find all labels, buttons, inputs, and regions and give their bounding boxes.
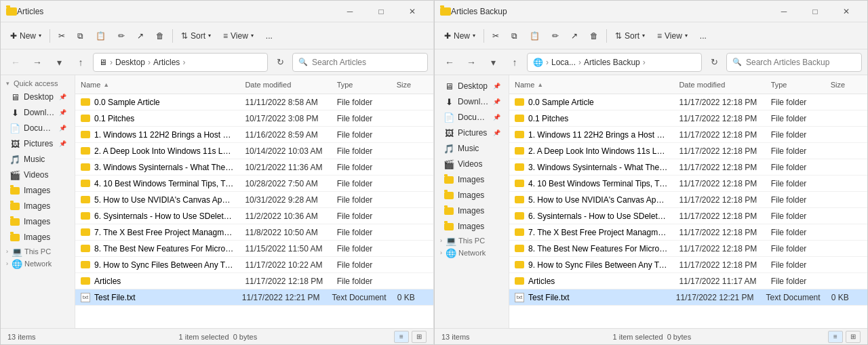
left-sidebar-thispc-header[interactable]: › 💻 This PC (1, 245, 75, 258)
file-row[interactable]: Articles 11/17/2022 12:18 PM File folder (75, 273, 433, 289)
left-sidebar-images3[interactable]: Images (3, 214, 72, 229)
left-cut-button[interactable]: ✂ (53, 26, 71, 46)
right-share-button[interactable]: ↗ (566, 26, 583, 46)
left-back-button[interactable]: ← (6, 53, 25, 72)
left-sidebar-downloads[interactable]: ⬇ Downloads 📌 (3, 105, 72, 120)
left-list-view-button[interactable]: ≡ (394, 331, 409, 343)
right-sidebar-music[interactable]: 🎵 Music (437, 141, 506, 156)
right-recent-button[interactable]: ▾ (484, 53, 502, 72)
left-copy-button[interactable]: ⧉ (72, 26, 89, 46)
right-search-box[interactable]: 🔍 (726, 53, 862, 72)
left-sidebar-images1[interactable]: Images (3, 183, 72, 198)
left-sidebar-music[interactable]: 🎵 Music (3, 152, 72, 167)
right-maximize-button[interactable]: □ (800, 1, 831, 22)
left-rename-button[interactable]: ✏ (113, 26, 130, 46)
file-row[interactable]: 3. Windows Sysinternals - What They Are … (75, 159, 433, 176)
right-col-date-header[interactable]: Date modified (673, 75, 765, 94)
file-row[interactable]: 8. The Best New Features For Microsoft T… (75, 241, 433, 257)
right-up-button[interactable]: ↑ (505, 53, 524, 72)
file-row[interactable]: 6. Sysinternals - How to Use SDelete to … (509, 208, 867, 224)
right-sidebar-thispc-header[interactable]: › 💻 This PC (435, 235, 509, 247)
right-sidebar-network-header[interactable]: › 🌐 Network (435, 247, 509, 259)
right-sidebar-images3[interactable]: Images (437, 203, 506, 218)
right-more-button[interactable]: ... (694, 26, 712, 46)
left-col-name-header[interactable]: Name ▲ (75, 75, 239, 94)
left-refresh-button[interactable]: ↻ (271, 53, 290, 72)
file-row[interactable]: 9. How to Sync Files Between Any Two W..… (509, 257, 867, 273)
left-new-button[interactable]: ✚ New ▾ (5, 26, 47, 46)
file-row[interactable]: 1. Windows 11 22H2 Brings a Host of Ne..… (75, 127, 433, 143)
left-sidebar-network-header[interactable]: › 🌐 Network (1, 258, 75, 270)
file-row[interactable]: 5. How to Use NVIDIA's Canvas App to T..… (75, 192, 433, 208)
left-minimize-button[interactable]: ─ (334, 1, 366, 22)
right-sidebar-images4[interactable]: Images (437, 219, 506, 234)
right-sidebar-videos[interactable]: 🎬 Videos (437, 157, 506, 171)
right-forward-button[interactable]: → (462, 53, 481, 72)
right-breadcrumb[interactable]: 🌐 › Loca... › Articles Backup › (527, 53, 702, 72)
left-sidebar-documents[interactable]: 📄 Documents 📌 (3, 121, 72, 136)
right-grid-view-button[interactable]: ⊞ (846, 331, 861, 343)
left-maximize-button[interactable]: □ (366, 1, 397, 22)
right-rename-button[interactable]: ✏ (547, 26, 564, 46)
left-view-button[interactable]: ≡ View ▾ (218, 26, 259, 46)
left-sort-button[interactable]: ⇅ Sort ▾ (176, 26, 216, 46)
right-copy-button[interactable]: ⧉ (506, 26, 523, 46)
right-cut-button[interactable]: ✂ (487, 26, 505, 46)
right-sidebar-images1[interactable]: Images (437, 172, 506, 187)
left-sidebar-quick-access-header[interactable]: ▾ Quick access (1, 78, 75, 89)
left-col-size-header[interactable]: Size (391, 75, 433, 94)
right-new-button[interactable]: ✚ New ▾ (439, 26, 481, 46)
file-row[interactable]: Articles 11/17/2022 11:17 AM File folder (509, 273, 867, 289)
left-sidebar-desktop[interactable]: 🖥 Desktop 📌 (3, 89, 72, 104)
left-recent-button[interactable]: ▾ (50, 53, 68, 72)
right-view-button[interactable]: ≡ View ▾ (652, 26, 693, 46)
left-share-button[interactable]: ↗ (132, 26, 149, 46)
file-row[interactable]: 0.1 Pitches 11/17/2022 12:18 PM File fol… (509, 110, 867, 127)
left-search-input[interactable] (312, 58, 422, 67)
file-row[interactable]: 4. 10 Best Windows Terminal Tips, Tricks… (75, 176, 433, 192)
file-row[interactable]: 0.1 Pitches 10/17/2022 3:08 PM File fold… (75, 110, 433, 127)
left-up-button[interactable]: ↑ (71, 53, 90, 72)
file-row[interactable]: 7. The X Best Free Project Managment To.… (75, 224, 433, 241)
right-col-type-header[interactable]: Type (766, 75, 825, 94)
file-row[interactable]: 4. 10 Best Windows Terminal Tips, Tricks… (509, 176, 867, 192)
file-row[interactable]: 0.0 Sample Article 11/17/2022 12:18 PM F… (509, 94, 867, 110)
file-row[interactable]: txt Test File.txt 11/17/2022 12:21 PM Te… (75, 289, 433, 306)
right-sidebar-images2[interactable]: Images (437, 188, 506, 203)
right-sidebar-pictures[interactable]: 🖼 Pictures 📌 (437, 125, 506, 140)
file-row[interactable]: 1. Windows 11 22H2 Brings a Host of Ne..… (509, 127, 867, 143)
right-close-button[interactable]: ✕ (831, 1, 862, 22)
file-row[interactable]: 5. How to Use NVIDIA's Canvas App to T..… (509, 192, 867, 208)
left-forward-button[interactable]: → (28, 53, 47, 72)
left-col-date-header[interactable]: Date modified (239, 75, 331, 94)
left-sidebar-pictures[interactable]: 🖼 Pictures 📌 (3, 136, 72, 151)
right-sidebar-documents[interactable]: 📄 Documents 📌 (437, 110, 506, 125)
left-close-button[interactable]: ✕ (397, 1, 428, 22)
left-breadcrumb[interactable]: 🖥 › Desktop › Articles › (93, 53, 268, 72)
right-paste-button[interactable]: 📋 (524, 26, 545, 46)
right-minimize-button[interactable]: ─ (768, 1, 800, 22)
right-col-size-header[interactable]: Size (825, 75, 867, 94)
file-row[interactable]: 6. Sysinternals - How to Use SDelete to … (75, 208, 433, 224)
left-search-box[interactable]: 🔍 (292, 53, 428, 72)
left-sidebar-images4[interactable]: Images (3, 230, 72, 245)
right-refresh-button[interactable]: ↻ (705, 53, 724, 72)
right-search-input[interactable] (746, 58, 856, 67)
left-sidebar-images2[interactable]: Images (3, 199, 72, 214)
left-col-type-header[interactable]: Type (332, 75, 391, 94)
file-row[interactable]: txt Test File.txt 11/17/2022 12:21 PM Te… (509, 289, 867, 306)
file-row[interactable]: 7. The X Best Free Project Managment To.… (509, 224, 867, 241)
file-row[interactable]: 2. A Deep Look Into Windows 11s Latest .… (509, 143, 867, 159)
file-row[interactable]: 9. How to Sync Files Between Any Two W..… (75, 257, 433, 273)
file-row[interactable]: 0.0 Sample Article 11/11/2022 8:58 AM Fi… (75, 94, 433, 110)
left-more-button[interactable]: ... (260, 26, 278, 46)
right-sidebar-downloads[interactable]: ⬇ Downloads 📌 (437, 94, 506, 109)
right-back-button[interactable]: ← (440, 53, 459, 72)
right-list-view-button[interactable]: ≡ (828, 331, 843, 343)
left-paste-button[interactable]: 📋 (90, 26, 111, 46)
file-row[interactable]: 2. A Deep Look Into Windows 11s Latest .… (75, 143, 433, 159)
right-sidebar-desktop[interactable]: 🖥 Desktop 📌 (437, 79, 506, 94)
right-col-name-header[interactable]: Name ▲ (509, 75, 673, 94)
file-row[interactable]: 8. The Best New Features For Microsoft T… (509, 241, 867, 257)
left-grid-view-button[interactable]: ⊞ (412, 331, 427, 343)
